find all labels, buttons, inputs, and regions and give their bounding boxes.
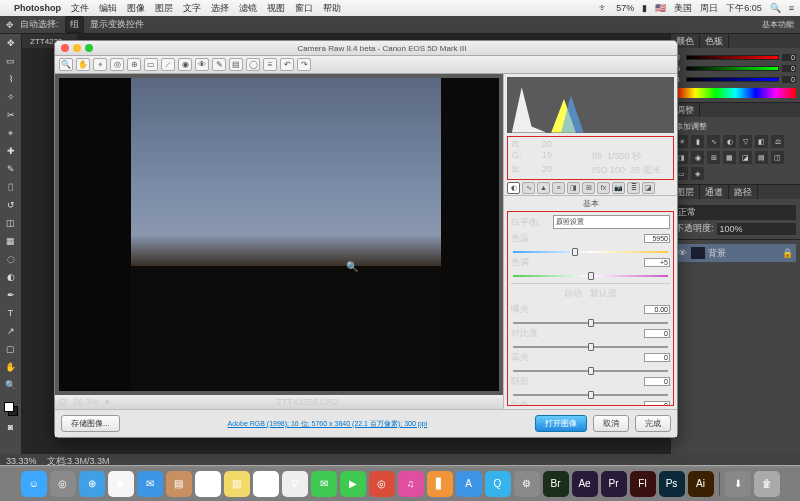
cr-adjbrush-tool[interactable]: ✎ <box>212 58 226 71</box>
layer-row[interactable]: 👁 背景 🔒 <box>675 244 796 262</box>
hand-tool[interactable]: ✋ <box>3 360 19 374</box>
对比度-slider[interactable] <box>513 343 668 351</box>
dodge-tool[interactable]: ◐ <box>3 270 19 284</box>
spectrum-picker[interactable] <box>675 88 796 98</box>
dock-maps[interactable]: ⚲ <box>282 471 308 497</box>
g-value[interactable]: 0 <box>782 65 796 72</box>
tint-slider[interactable] <box>513 272 668 280</box>
dock-downloads[interactable]: ⬇ <box>725 471 751 497</box>
dock-mail[interactable]: ✉ <box>137 471 163 497</box>
open-image-button[interactable]: 打开图像 <box>535 415 587 432</box>
type-tool[interactable]: T <box>3 306 19 320</box>
path-tool[interactable]: ↗ <box>3 324 19 338</box>
cr-tab-fx-icon[interactable]: fx <box>597 182 610 194</box>
blend-mode-dropdown[interactable]: 正常 <box>675 205 796 220</box>
cr-tab-lens-icon[interactable]: ⊞ <box>582 182 595 194</box>
cr-tab-snapshots-icon[interactable]: ◪ <box>642 182 655 194</box>
blur-tool[interactable]: ◌ <box>3 252 19 266</box>
menu-help[interactable]: 帮助 <box>323 2 341 15</box>
cr-tab-split-icon[interactable]: ◨ <box>567 182 580 194</box>
adj-exposure-icon[interactable]: ◐ <box>723 135 736 148</box>
b-slider[interactable] <box>686 77 779 82</box>
tab-paths[interactable]: 路径 <box>729 185 758 199</box>
wifi-icon[interactable]: ᯤ <box>599 3 608 13</box>
input-locale[interactable]: 美国 <box>674 2 692 15</box>
menu-window[interactable]: 窗口 <box>295 2 313 15</box>
workspace-switcher[interactable]: 基本功能 <box>762 19 794 30</box>
adj-selective-icon[interactable]: ◈ <box>691 167 704 180</box>
cr-tab-camera-icon[interactable]: 📷 <box>612 182 625 194</box>
cancel-button[interactable]: 取消 <box>593 415 629 432</box>
quickmask-tool[interactable]: ◙ <box>3 420 19 434</box>
crop-tool[interactable]: ✂ <box>3 108 19 122</box>
r-value[interactable]: 0 <box>782 54 796 61</box>
阴影-slider[interactable] <box>513 391 668 399</box>
cr-zoom-bracket[interactable]: ⊟ <box>59 397 67 407</box>
layer-name[interactable]: 背景 <box>708 247 726 260</box>
cr-gradfilter-tool[interactable]: ▤ <box>229 58 243 71</box>
cr-histogram[interactable] <box>507 77 674 133</box>
cr-titlebar[interactable]: Camera Raw 8.4 beta - Canon EOS 5D Mark … <box>55 41 677 56</box>
dock-sysprefs[interactable]: ⚙ <box>514 471 540 497</box>
marquee-tool[interactable]: ▭ <box>3 54 19 68</box>
dock-notes[interactable]: ▧ <box>224 471 250 497</box>
g-slider[interactable] <box>686 66 779 71</box>
曝光-slider[interactable] <box>513 319 668 327</box>
cr-tab-detail-icon[interactable]: ▲ <box>537 182 550 194</box>
adj-threshold-icon[interactable]: ◫ <box>771 151 784 164</box>
b-value[interactable]: 0 <box>782 76 796 83</box>
move-tool-icon[interactable]: ✥ <box>6 20 14 30</box>
lasso-tool[interactable]: ⌇ <box>3 72 19 86</box>
adj-invert-icon[interactable]: ◪ <box>739 151 752 164</box>
app-menu[interactable]: Photoshop <box>14 3 61 13</box>
adj-curves-icon[interactable]: ∿ <box>707 135 720 148</box>
layer-visibility-icon[interactable]: 👁 <box>678 248 688 258</box>
cr-tab-presets-icon[interactable]: ≣ <box>627 182 640 194</box>
dock-premiere[interactable]: Pr <box>601 471 627 497</box>
shape-tool[interactable]: ▢ <box>3 342 19 356</box>
曝光-value[interactable]: 0.00 <box>644 305 670 314</box>
menu-select[interactable]: 选择 <box>211 2 229 15</box>
adj-colorlookup-icon[interactable]: ▦ <box>723 151 736 164</box>
cr-redeye-tool[interactable]: 👁 <box>195 58 209 71</box>
cr-rotate-ccw-tool[interactable]: ↶ <box>280 58 294 71</box>
对比度-value[interactable]: 0 <box>644 329 670 338</box>
cr-rotate-cw-tool[interactable]: ↷ <box>297 58 311 71</box>
move-tool[interactable]: ✥ <box>3 36 19 50</box>
save-image-button[interactable]: 存储图像... <box>61 415 120 432</box>
eyedropper-tool[interactable]: ⌖ <box>3 126 19 140</box>
dock-aftereffects[interactable]: Ae <box>572 471 598 497</box>
menu-file[interactable]: 文件 <box>71 2 89 15</box>
dock-photoshop[interactable]: Ps <box>659 471 685 497</box>
zoom-icon[interactable] <box>85 44 93 52</box>
cr-hand-tool[interactable]: ✋ <box>76 58 90 71</box>
cr-preview-image[interactable]: 🔍 <box>59 78 499 391</box>
tint-value[interactable]: +5 <box>644 258 670 267</box>
阴影-value[interactable]: 0 <box>644 377 670 386</box>
done-button[interactable]: 完成 <box>635 415 671 432</box>
cr-prefs-tool[interactable]: ≡ <box>263 58 277 71</box>
adj-levels-icon[interactable]: ▮ <box>691 135 704 148</box>
adj-posterize-icon[interactable]: ▤ <box>755 151 768 164</box>
cr-target-tool[interactable]: ⊕ <box>127 58 141 71</box>
spotlight-icon[interactable]: 🔍 <box>770 3 781 13</box>
adj-photofilter-icon[interactable]: ◉ <box>691 151 704 164</box>
notifications-icon[interactable]: ≡ <box>789 3 794 13</box>
dock-finder[interactable]: ☺ <box>21 471 47 497</box>
adj-hue-icon[interactable]: ◧ <box>755 135 768 148</box>
temp-slider[interactable] <box>513 248 668 256</box>
tab-channels[interactable]: 通道 <box>700 185 729 199</box>
layer-lock-icon[interactable]: 🔒 <box>782 248 793 258</box>
workflow-link[interactable]: Adobe RGB (1998); 16 位; 5760 x 3840 (22.… <box>126 419 529 429</box>
autoselect-dropdown[interactable]: 组 <box>65 16 84 33</box>
高光-value[interactable]: 0 <box>644 353 670 362</box>
cr-radial-tool[interactable]: ◯ <box>246 58 260 71</box>
dock-launchpad[interactable]: ◎ <box>50 471 76 497</box>
dock-flash[interactable]: Fl <box>630 471 656 497</box>
cr-zoom-level[interactable]: 26.3% <box>73 397 99 407</box>
menu-edit[interactable]: 编辑 <box>99 2 117 15</box>
dock-itunes[interactable]: ♫ <box>398 471 424 497</box>
tab-swatches[interactable]: 色板 <box>700 34 729 48</box>
brush-tool[interactable]: ✎ <box>3 162 19 176</box>
cr-straighten-tool[interactable]: ⟋ <box>161 58 175 71</box>
